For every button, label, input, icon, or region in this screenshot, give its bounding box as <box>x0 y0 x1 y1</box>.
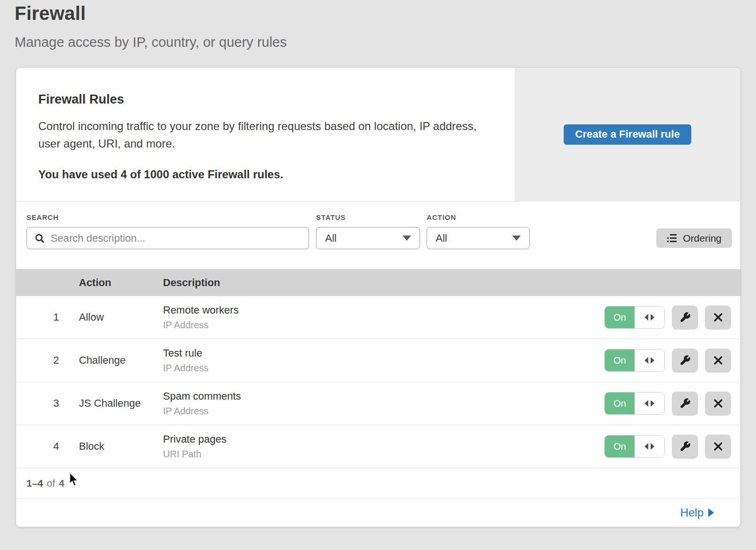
rule-enabled-toggle[interactable]: On <box>604 349 665 372</box>
intro-text-block: Firewall Rules Control incoming traffic … <box>16 68 515 201</box>
rule-match-type: URI Path <box>163 449 604 460</box>
table-row: 2 Challenge Test rule IP Address On <box>16 339 740 382</box>
rule-controls: On <box>604 392 740 416</box>
rule-action: Allow <box>79 311 163 323</box>
search-icon <box>34 233 45 244</box>
intro-heading: Firewall Rules <box>38 92 481 107</box>
header-description-column: Description <box>163 277 740 289</box>
rule-enabled-toggle[interactable]: On <box>604 435 665 458</box>
table-row: 4 Block Private pages URI Path On <box>16 425 740 468</box>
rule-action: JS Challenge <box>79 397 163 410</box>
edit-rule-button[interactable] <box>672 306 698 330</box>
rule-controls: On <box>604 306 740 330</box>
toggle-arrows-icon <box>635 306 664 328</box>
rule-description: Test rule <box>163 347 604 359</box>
action-label: ACTION <box>427 213 530 221</box>
rule-description-cell: Remote workers IP Address <box>163 304 604 331</box>
ordering-button[interactable]: Ordering <box>656 228 732 248</box>
action-selected-value: All <box>436 232 447 244</box>
intro-section: Firewall Rules Control incoming traffic … <box>16 68 740 201</box>
rule-description-cell: Spam comments IP Address <box>163 390 604 417</box>
rule-description: Remote workers <box>163 304 604 316</box>
create-firewall-rule-button[interactable]: Create a Firewall rule <box>564 124 691 145</box>
pagination-of-text: of <box>47 478 55 489</box>
help-arrow-icon <box>708 508 714 517</box>
rule-enabled-toggle[interactable]: On <box>604 392 665 415</box>
search-label: SEARCH <box>26 213 309 221</box>
rule-number: 2 <box>16 354 79 367</box>
wrench-icon <box>679 355 691 366</box>
page-title: Firewall <box>15 3 756 24</box>
rule-number: 1 <box>16 311 79 323</box>
page-header: Firewall Manage access by IP, country, o… <box>0 0 756 50</box>
chevron-down-icon <box>512 236 521 241</box>
close-icon <box>713 442 723 451</box>
rule-match-type: IP Address <box>163 320 604 331</box>
close-icon <box>713 313 723 322</box>
rule-description-cell: Test rule IP Address <box>163 347 604 374</box>
help-link-label: Help <box>680 506 704 519</box>
action-select[interactable]: All <box>427 227 530 249</box>
rule-description: Private pages <box>163 433 604 445</box>
delete-rule-button[interactable] <box>705 435 731 459</box>
header-action-column: Action <box>79 277 163 289</box>
table-row: 1 Allow Remote workers IP Address On <box>16 296 740 339</box>
status-selected-value: All <box>325 232 336 244</box>
toggle-on-label: On <box>605 349 635 371</box>
toggle-arrows-icon <box>635 393 664 414</box>
wrench-icon <box>679 398 691 409</box>
help-link[interactable]: Help <box>680 506 714 519</box>
table-header: Action Description <box>16 269 740 296</box>
intro-usage-text: You have used 4 of 1000 active Firewall … <box>38 168 481 181</box>
rule-controls: On <box>604 349 740 373</box>
status-filter-group: STATUS All <box>316 213 420 249</box>
rule-action: Challenge <box>79 354 163 367</box>
toggle-on-label: On <box>605 306 635 328</box>
intro-description: Control incoming traffic to your zone by… <box>38 117 481 152</box>
intro-action-panel: Create a Firewall rule <box>515 68 740 201</box>
action-filter-group: ACTION All <box>427 213 530 249</box>
pagination-total: 4 <box>59 478 65 489</box>
toggle-on-label: On <box>605 393 635 414</box>
search-input[interactable] <box>51 232 302 244</box>
wrench-icon <box>679 312 691 323</box>
pagination-range: 1–4 <box>26 478 43 489</box>
page-subtitle: Manage access by IP, country, or query r… <box>15 35 756 50</box>
delete-rule-button[interactable] <box>705 349 731 373</box>
rule-number: 4 <box>16 440 79 453</box>
chevron-down-icon <box>403 236 411 241</box>
rule-description: Spam comments <box>163 390 604 402</box>
rule-match-type: IP Address <box>163 363 604 374</box>
close-icon <box>713 356 723 365</box>
ordering-list-icon <box>667 234 677 243</box>
filters-bar: SEARCH STATUS All ACTION All <box>16 201 740 269</box>
rule-number: 3 <box>16 397 79 410</box>
toggle-on-label: On <box>605 436 635 457</box>
search-filter-group: SEARCH <box>26 213 309 249</box>
wrench-icon <box>679 441 691 452</box>
toggle-arrows-icon <box>635 436 664 457</box>
firewall-rules-card: Firewall Rules Control incoming traffic … <box>16 67 741 527</box>
rule-match-type: IP Address <box>163 406 604 417</box>
rule-enabled-toggle[interactable]: On <box>604 306 665 329</box>
toggle-arrows-icon <box>635 349 664 371</box>
delete-rule-button[interactable] <box>705 306 731 330</box>
edit-rule-button[interactable] <box>672 349 698 373</box>
search-box[interactable] <box>26 227 309 249</box>
rule-action: Block <box>79 440 163 453</box>
close-icon <box>713 399 723 408</box>
delete-rule-button[interactable] <box>705 392 731 416</box>
rule-controls: On <box>604 435 740 459</box>
card-footer: Help <box>16 498 740 527</box>
status-select[interactable]: All <box>316 227 420 249</box>
pagination-bar: 1–4 of 4 <box>16 468 740 498</box>
rule-description-cell: Private pages URI Path <box>163 433 604 460</box>
ordering-button-label: Ordering <box>683 233 722 244</box>
edit-rule-button[interactable] <box>672 435 698 459</box>
edit-rule-button[interactable] <box>672 392 698 416</box>
table-row: 3 JS Challenge Spam comments IP Address … <box>16 382 740 425</box>
status-label: STATUS <box>316 213 420 221</box>
